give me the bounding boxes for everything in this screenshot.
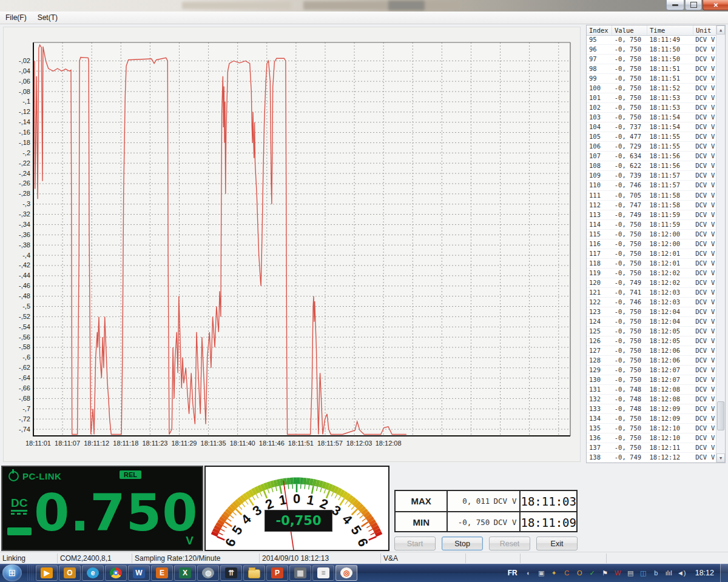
tray-network-icon[interactable]: ◐ xyxy=(524,568,534,578)
scroll-down-button[interactable]: ▼ xyxy=(716,453,725,463)
tray-office-icon[interactable]: O xyxy=(575,568,585,578)
table-row[interactable]: 114-0, 75018:11:59DCVV xyxy=(587,220,716,230)
tray-webroot-icon[interactable]: W xyxy=(613,568,623,578)
cell-idx: 102 xyxy=(587,103,612,112)
taskbar-clock[interactable]: 18:12 xyxy=(695,569,714,577)
minimize-button[interactable] xyxy=(666,0,684,10)
windows-media-player-taskbar-button[interactable]: ▶ xyxy=(36,565,58,581)
tray-usb-icon[interactable]: ✓ xyxy=(587,568,598,578)
table-row[interactable]: 97-0, 75018:11:50DCVV xyxy=(587,55,716,64)
network-tool-taskbar-button[interactable]: ⇈ xyxy=(220,565,242,581)
tray-ccleaner-icon[interactable]: C xyxy=(562,568,572,578)
table-row[interactable]: 96-0, 75018:11:50DCVV xyxy=(587,45,716,55)
column-header-time[interactable]: Time xyxy=(647,25,693,35)
tray-monitor-icon[interactable]: ▣ xyxy=(536,568,547,578)
table-row[interactable]: 102-0, 75018:11:53DCVV xyxy=(587,103,716,113)
scroll-up-button[interactable]: ▲ xyxy=(716,25,725,35)
table-row[interactable]: 98-0, 75018:11:51DCVV xyxy=(587,64,716,74)
cell-u2: V xyxy=(709,161,716,170)
table-row[interactable]: 116-0, 75018:12:00DCVV xyxy=(587,239,716,249)
table-row[interactable]: 125-0, 75018:12:05DCVV xyxy=(587,327,716,336)
table-row[interactable]: 112-0, 74718:11:58DCVV xyxy=(587,201,716,210)
show-desktop-button[interactable] xyxy=(720,564,728,582)
table-row[interactable]: 119-0, 75018:12:02DCVV xyxy=(587,269,716,278)
column-header-unit[interactable]: Unit xyxy=(693,25,717,35)
menu-file[interactable]: File(F) xyxy=(0,12,32,23)
table-row[interactable]: 124-0, 75018:12:04DCVV xyxy=(587,317,716,327)
table-row[interactable]: 127-0, 75018:12:06DCVV xyxy=(587,346,716,356)
excel-taskbar-button[interactable]: X xyxy=(174,565,196,581)
cell-idx: 138 xyxy=(587,453,612,462)
tray-bluetooth-icon[interactable]: b xyxy=(651,568,661,578)
table-row[interactable]: 99-0, 75018:11:51DCVV xyxy=(587,74,716,84)
table-row[interactable]: 104-0, 73718:11:54DCVV xyxy=(587,122,716,132)
table-scrollbar[interactable]: ▲ ▼ xyxy=(716,25,725,463)
language-indicator[interactable]: FR xyxy=(508,569,517,577)
column-header-index[interactable]: Index xyxy=(587,25,612,35)
communications-taskbar-button[interactable]: ◍ xyxy=(197,565,219,581)
cell-u2: V xyxy=(709,414,716,423)
file-explorer-taskbar-button[interactable] xyxy=(243,565,265,581)
stop-button[interactable]: Stop xyxy=(442,537,483,550)
cell-u2: V xyxy=(709,35,716,44)
scrollbar-thumb[interactable] xyxy=(717,401,724,430)
word-taskbar-button[interactable]: W xyxy=(128,565,150,581)
powerpoint-taskbar-button[interactable]: P xyxy=(266,565,288,581)
outlook-taskbar-button[interactable]: O xyxy=(59,565,81,581)
cell-tim: 18:11:51 xyxy=(647,74,693,83)
notepad-taskbar-button[interactable]: ≡ xyxy=(312,565,334,581)
maximize-button[interactable] xyxy=(685,0,702,10)
close-button[interactable]: ✕ xyxy=(703,0,728,10)
start-button[interactable]: Start xyxy=(394,537,436,550)
table-row[interactable]: 132-0, 74818:12:08DCVV xyxy=(587,395,716,404)
table-row[interactable]: 109-0, 73918:11:57DCVV xyxy=(587,171,716,181)
table-row[interactable]: 118-0, 75018:12:01DCVV xyxy=(587,259,716,269)
table-row[interactable]: 123-0, 75018:12:04DCVV xyxy=(587,307,716,317)
table-row[interactable]: 107-0, 63418:11:56DCVV xyxy=(587,152,716,161)
tray-flag-icon[interactable]: ⚑ xyxy=(600,568,610,578)
table-row[interactable]: 121-0, 74118:12:03DCVV xyxy=(587,288,716,298)
media-gallery-taskbar-button[interactable]: ▦ xyxy=(289,565,311,581)
table-row[interactable]: 130-0, 75018:12:07DCVV xyxy=(587,375,716,385)
tray-builder-icon[interactable]: ✦ xyxy=(549,568,559,578)
table-row[interactable]: 95-0, 75018:11:49DCVV xyxy=(587,35,716,45)
chrome-taskbar-button[interactable] xyxy=(105,565,127,581)
table-row[interactable]: 128-0, 75018:12:06DCVV xyxy=(587,356,716,366)
reset-button[interactable]: Reset xyxy=(489,537,530,550)
table-row[interactable]: 101-0, 75018:11:53DCVV xyxy=(587,93,716,103)
table-row[interactable]: 105-0, 47718:11:55DCVV xyxy=(587,132,716,142)
tray-volume-icon[interactable]: ◄) xyxy=(676,568,687,578)
table-row[interactable]: 108-0, 62218:11:56DCVV xyxy=(587,161,716,171)
cell-u2: V xyxy=(709,298,716,307)
menu-set[interactable]: Set(T) xyxy=(32,12,63,23)
table-row[interactable]: 131-0, 74818:12:08DCVV xyxy=(587,385,716,395)
table-row[interactable]: 100-0, 75018:11:52DCVV xyxy=(587,84,716,93)
table-row[interactable]: 103-0, 75018:11:54DCVV xyxy=(587,113,716,122)
table-row[interactable]: 136-0, 75018:12:10DCVV xyxy=(587,433,716,443)
start-button-orb[interactable]: ⊞ xyxy=(2,564,22,581)
table-row[interactable]: 126-0, 75018:12:05DCVV xyxy=(587,336,716,346)
table-row[interactable]: 110-0, 74618:11:57DCVV xyxy=(587,181,716,190)
table-row[interactable]: 113-0, 74918:11:59DCVV xyxy=(587,210,716,220)
pclink-app-taskbar-button[interactable]: ◎ xyxy=(335,565,357,581)
table-row[interactable]: 133-0, 74818:12:09DCVV xyxy=(587,404,716,414)
table-row[interactable]: 138-0, 74918:12:12DCVV xyxy=(587,453,716,463)
cell-val: -0, 750 xyxy=(612,103,647,112)
table-row[interactable]: 129-0, 75018:12:07DCVV xyxy=(587,366,716,375)
table-row[interactable]: 122-0, 74618:12:03DCVV xyxy=(587,298,716,307)
table-row[interactable]: 137-0, 75018:12:11DCVV xyxy=(587,443,716,453)
table-row[interactable]: 115-0, 75018:12:00DCVV xyxy=(587,230,716,239)
tray-signal-icon[interactable]: ılıl xyxy=(664,568,674,578)
table-row[interactable]: 106-0, 72918:11:55DCVV xyxy=(587,142,716,152)
tray-display-icon[interactable]: ◫ xyxy=(638,568,649,578)
internet-explorer-taskbar-button[interactable]: e xyxy=(82,565,104,581)
email-client-taskbar-button[interactable]: E xyxy=(151,565,173,581)
table-row[interactable]: 134-0, 75018:12:09DCVV xyxy=(587,414,716,424)
exit-button[interactable]: Exit xyxy=(536,537,578,550)
table-row[interactable]: 135-0, 75018:12:10DCVV xyxy=(587,424,716,433)
table-row[interactable]: 117-0, 75018:12:01DCVV xyxy=(587,249,716,259)
column-header-value[interactable]: Value xyxy=(612,25,647,35)
table-row[interactable]: 111-0, 70518:11:58DCVV xyxy=(587,191,716,201)
tray-windows-icon[interactable]: ▤ xyxy=(625,568,636,578)
table-row[interactable]: 120-0, 74918:12:02DCVV xyxy=(587,278,716,288)
